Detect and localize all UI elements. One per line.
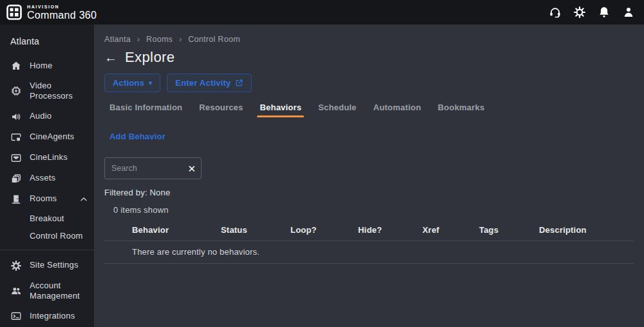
topbar-actions [549, 6, 635, 19]
brand-product: Command 360 [27, 10, 97, 21]
sidebar-item-label: Rooms [30, 193, 72, 204]
enter-activity-button-label: Enter Activity [175, 78, 231, 88]
tab-bar: Basic Information Resources Behaviors Sc… [104, 103, 634, 117]
sidebar-item-control-room[interactable]: Control Room [0, 227, 94, 244]
table-header-row: Behavior Status Loop? Hide? Xref Tags De… [104, 225, 634, 241]
tab-resources[interactable]: Resources [199, 103, 243, 117]
users-icon [10, 285, 22, 297]
brand-name: HAIVISION [27, 5, 97, 9]
sidebar-item-breakout[interactable]: Breakout [0, 210, 94, 227]
search-box: ✕ [104, 157, 202, 179]
tab-bookmarks[interactable]: Bookmarks [438, 103, 485, 117]
breadcrumb-atlanta[interactable]: Atlanta [104, 35, 131, 44]
column-header-hide: Hide? [358, 225, 422, 235]
column-header-description: Description [539, 225, 634, 235]
enter-activity-button[interactable]: Enter Activity [167, 74, 252, 92]
door-icon [10, 193, 22, 205]
breadcrumb-rooms[interactable]: Rooms [146, 35, 173, 44]
headset-support-icon[interactable] [549, 6, 562, 19]
breadcrumb-separator: › [179, 35, 182, 44]
sidebar-item-site-settings[interactable]: Site Settings [0, 255, 94, 276]
sidebar-item-assets[interactable]: Assets [0, 168, 94, 189]
breadcrumb-separator: › [137, 35, 140, 44]
tab-schedule[interactable]: Schedule [318, 103, 356, 117]
sidebar-item-cineagents[interactable]: CineAgents [0, 127, 94, 148]
sidebar-item-rooms[interactable]: Rooms [0, 189, 94, 210]
notifications-bell-icon[interactable] [598, 6, 611, 19]
sidebar-nav: Atlanta Home Video Processors Audio [0, 25, 94, 327]
top-app-bar: HAIVISION Command 360 [0, 0, 644, 25]
breadcrumb-control-room[interactable]: Control Room [188, 35, 240, 44]
actions-button-label: Actions [113, 78, 144, 88]
tab-basic-information[interactable]: Basic Information [109, 103, 182, 117]
sidebar-item-label: Account Management [30, 281, 88, 302]
breadcrumb: Atlanta › Rooms › Control Room [104, 35, 634, 44]
sidebar-item-label: CineLinks [30, 152, 88, 163]
gear-icon [10, 260, 22, 272]
behaviors-table: Behavior Status Loop? Hide? Xref Tags De… [104, 225, 634, 264]
haivision-logo-icon [6, 5, 22, 20]
sidebar-item-label: Integrations [30, 311, 88, 321]
sidebar-item-label: Home [30, 61, 88, 71]
chevron-up-icon[interactable] [80, 195, 88, 203]
sidebar-item-label: Assets [30, 173, 88, 183]
site-name: Atlanta [0, 30, 94, 55]
action-buttons: Actions ▾ Enter Activity [104, 74, 634, 92]
column-header-loop: Loop? [290, 225, 358, 235]
terminal-icon [10, 310, 22, 322]
items-shown-count: 0 items shown [113, 205, 634, 215]
sidebar-item-cinelinks[interactable]: CineLinks [0, 148, 94, 168]
sidebar-item-account-management[interactable]: Account Management [0, 276, 94, 306]
home-icon [10, 60, 22, 72]
sidebar-item-integrations[interactable]: Integrations [0, 306, 94, 326]
search-input[interactable] [104, 157, 202, 179]
sidebar-item-label: Video Processors [30, 81, 88, 102]
user-account-icon[interactable] [622, 6, 635, 19]
table-divider [104, 263, 634, 264]
clear-search-icon[interactable]: ✕ [187, 164, 196, 173]
column-header-status: Status [221, 225, 290, 235]
column-header-tags: Tags [479, 225, 539, 235]
settings-gear-icon[interactable] [573, 6, 586, 19]
chevron-down-icon: ▾ [149, 80, 152, 86]
sidebar-item-label: CineAgents [30, 132, 88, 142]
cineagents-screen-icon [10, 132, 22, 143]
sidebar-item-label: Site Settings [30, 260, 88, 270]
assets-layers-icon [10, 173, 22, 184]
page-title: Explore [125, 49, 175, 66]
sidebar-item-audio[interactable]: Audio [0, 106, 94, 127]
external-link-icon [235, 79, 243, 87]
sidebar-divider [0, 250, 94, 250]
cinelinks-port-icon [10, 152, 22, 164]
main-content: Atlanta › Rooms › Control Room ← Explore… [94, 25, 644, 327]
tab-behaviors[interactable]: Behaviors [260, 103, 301, 117]
table-empty-message: There are currently no behaviors. [104, 241, 634, 263]
speaker-icon [10, 111, 22, 123]
title-row: ← Explore [104, 49, 634, 66]
sidebar-item-home[interactable]: Home [0, 55, 94, 76]
sidebar-item-video-processors[interactable]: Video Processors [0, 76, 94, 106]
tab-automation[interactable]: Automation [374, 103, 421, 117]
brand-text: HAIVISION Command 360 [27, 5, 97, 21]
processor-icon [10, 85, 22, 97]
sidebar-item-label: Audio [30, 111, 88, 121]
filtered-by-text: Filtered by: None [104, 188, 634, 197]
column-header-xref: Xref [422, 225, 479, 235]
column-header-behavior: Behavior [132, 225, 221, 235]
haivision-brand: HAIVISION Command 360 [6, 5, 97, 21]
back-arrow-icon[interactable]: ← [104, 51, 117, 64]
add-behavior-link[interactable]: Add Behavior [109, 132, 166, 141]
actions-button[interactable]: Actions ▾ [104, 74, 160, 92]
